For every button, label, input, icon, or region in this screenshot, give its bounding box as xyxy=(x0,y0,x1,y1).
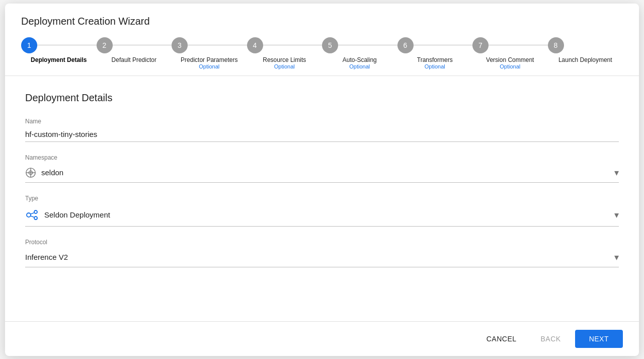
step-circle-8: 8 xyxy=(548,37,564,53)
chevron-down-icon: ▾ xyxy=(614,167,619,178)
step-label-3: Predictor Parameters Optional xyxy=(181,56,237,76)
step-circle-6: 6 xyxy=(397,37,414,53)
step-label-5: Auto-Scaling Optional xyxy=(343,56,377,76)
step-4[interactable]: 4 Resource Limits Optional xyxy=(247,37,323,76)
step-line-1 xyxy=(37,45,97,45)
name-input[interactable] xyxy=(25,127,619,142)
step-label-7: Version Comment Optional xyxy=(486,56,534,76)
name-field-group: Name xyxy=(25,118,619,142)
step-line-3 xyxy=(188,45,247,45)
step-line-7 xyxy=(489,45,548,45)
protocol-label: Protocol xyxy=(25,239,619,246)
step-line-5 xyxy=(338,45,397,45)
svg-point-6 xyxy=(34,217,37,220)
step-line-2 xyxy=(113,45,172,45)
namespace-select[interactable]: seldon ▾ xyxy=(25,163,619,183)
step-circle-4: 4 xyxy=(247,37,263,53)
svg-line-7 xyxy=(31,212,34,214)
step-2[interactable]: 2 Default Predictor xyxy=(97,37,172,69)
next-button[interactable]: NEXT xyxy=(575,330,623,348)
type-label: Type xyxy=(25,195,619,202)
dialog-title: Deployment Creation Wizard xyxy=(21,16,623,27)
protocol-select-display[interactable]: Inference V2 ▾ xyxy=(25,248,619,267)
step-6[interactable]: 6 Transformers Optional xyxy=(397,37,473,76)
type-select[interactable]: Seldon Deployment ▾ xyxy=(25,204,619,227)
cancel-button[interactable]: CANCEL xyxy=(476,331,527,347)
dialog-header: Deployment Creation Wizard 1 Deployment … xyxy=(5,4,639,76)
namespace-value: seldon xyxy=(41,168,63,177)
svg-point-5 xyxy=(34,210,37,213)
step-label-6: Transformers Optional xyxy=(417,56,453,76)
step-circle-7: 7 xyxy=(472,37,489,53)
namespace-label: Namespace xyxy=(25,154,619,161)
type-select-display[interactable]: Seldon Deployment ▾ xyxy=(25,204,619,227)
namespace-field-group: Namespace seldon ▾ xyxy=(25,154,619,183)
dialog-footer: CANCEL BACK NEXT xyxy=(5,321,639,356)
step-3[interactable]: 3 Predictor Parameters Optional xyxy=(172,37,247,76)
step-line-4 xyxy=(263,45,323,45)
deployment-wizard-dialog: Deployment Creation Wizard 1 Deployment … xyxy=(5,4,639,356)
step-circle-3: 3 xyxy=(172,37,188,53)
namespace-select-display[interactable]: seldon ▾ xyxy=(25,163,619,183)
step-label-1: Deployment Details xyxy=(31,56,87,69)
step-1[interactable]: 1 Deployment Details xyxy=(21,37,97,69)
protocol-select[interactable]: Inference V2 ▾ xyxy=(25,248,619,267)
namespace-icon xyxy=(25,167,36,178)
step-label-2: Default Predictor xyxy=(112,56,156,69)
svg-point-4 xyxy=(27,213,31,217)
step-circle-2: 2 xyxy=(97,37,113,53)
chevron-down-icon-type: ▾ xyxy=(614,209,619,221)
type-field-group: Type Seldon Deployment ▾ xyxy=(25,195,619,227)
step-label-4: Resource Limits Optional xyxy=(263,56,306,76)
dialog-content: Deployment Details Name Namespace xyxy=(5,76,639,321)
name-label: Name xyxy=(25,118,619,125)
section-title: Deployment Details xyxy=(25,92,619,104)
stepper: 1 Deployment Details 2 Default Predictor xyxy=(21,37,623,76)
step-7[interactable]: 7 Version Comment Optional xyxy=(472,37,548,76)
step-circle-1: 1 xyxy=(21,37,37,53)
type-value: Seldon Deployment xyxy=(44,210,110,219)
step-line-6 xyxy=(414,45,473,45)
protocol-field-group: Protocol Inference V2 ▾ xyxy=(25,239,619,267)
seldon-deployment-icon xyxy=(25,208,39,222)
back-button: BACK xyxy=(531,331,571,347)
step-label-8: Launch Deployment xyxy=(558,56,612,69)
svg-line-8 xyxy=(31,216,34,218)
step-8[interactable]: 8 Launch Deployment xyxy=(548,37,623,69)
protocol-value: Inference V2 xyxy=(25,253,68,261)
step-circle-5: 5 xyxy=(322,37,338,53)
chevron-down-icon-protocol: ▾ xyxy=(614,252,619,263)
step-5[interactable]: 5 Auto-Scaling Optional xyxy=(322,37,397,76)
